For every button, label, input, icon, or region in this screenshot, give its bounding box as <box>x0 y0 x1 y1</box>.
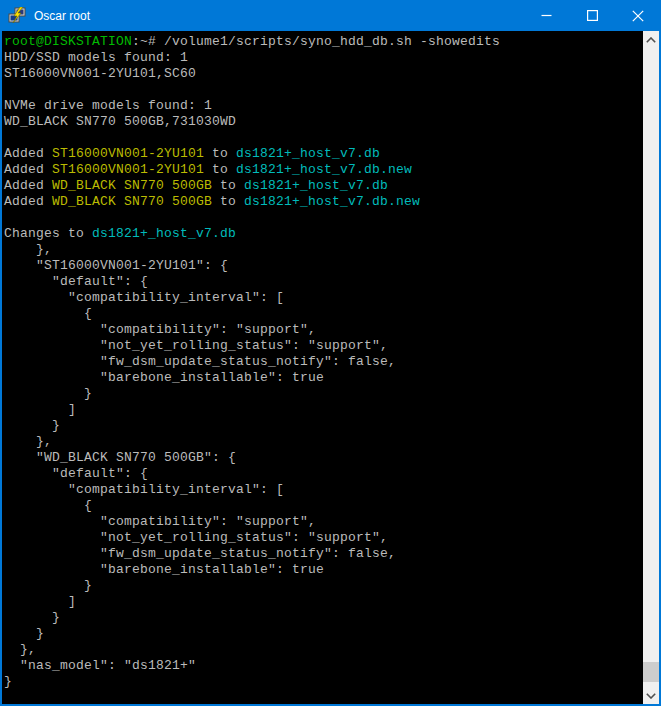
terminal-line <box>4 210 643 226</box>
scrollbar[interactable] <box>643 31 659 704</box>
terminal-line: "fw_dsm_update_status_notify": false, <box>4 546 643 562</box>
minimize-icon <box>541 10 552 21</box>
terminal-line: "nas_model": "ds1821+" <box>4 658 643 674</box>
terminal-line: } <box>4 386 643 402</box>
terminal-line: "compatibility_interval": [ <box>4 290 643 306</box>
terminal-line: "default": { <box>4 466 643 482</box>
terminal-line: NVMe drive models found: 1 <box>4 98 643 114</box>
terminal-line: "WD_BLACK SN770 500GB": { <box>4 450 643 466</box>
caption-buttons <box>523 0 661 31</box>
terminal-line: Added WD_BLACK SN770 500GB to ds1821+_ho… <box>4 178 643 194</box>
close-icon <box>632 10 644 22</box>
terminal-line: }, <box>4 642 643 658</box>
terminal-line: "ST16000VN001-2YU101": { <box>4 258 643 274</box>
scrollbar-thumb[interactable] <box>643 662 659 682</box>
terminal-line: ST16000VN001-2YU101,SC60 <box>4 66 643 82</box>
scroll-up-button[interactable] <box>643 31 659 48</box>
terminal-line: }, <box>4 434 643 450</box>
terminal-line: Added WD_BLACK SN770 500GB to ds1821+_ho… <box>4 194 643 210</box>
titlebar[interactable]: Oscar root <box>0 0 661 31</box>
terminal-line: "not_yet_rolling_status": "support", <box>4 338 643 354</box>
chevron-up-icon <box>646 37 656 43</box>
terminal-line: "not_yet_rolling_status": "support", <box>4 530 643 546</box>
terminal-line: WD_BLACK SN770 500GB,731030WD <box>4 114 643 130</box>
terminal-line: ] <box>4 402 643 418</box>
terminal-line: "barebone_installable": true <box>4 562 643 578</box>
terminal-line: }, <box>4 242 643 258</box>
maximize-button[interactable] <box>569 0 615 31</box>
close-button[interactable] <box>615 0 661 31</box>
terminal-line: { <box>4 306 643 322</box>
terminal-line: HDD/SSD models found: 1 <box>4 50 643 66</box>
terminal-line: "compatibility_interval": [ <box>4 482 643 498</box>
minimize-button[interactable] <box>523 0 569 31</box>
terminal-line <box>4 82 643 98</box>
scroll-down-button[interactable] <box>643 687 659 704</box>
window-title: Oscar root <box>34 9 523 23</box>
terminal-line: } <box>4 626 643 642</box>
putty-window: Oscar root root@DISKSTATION:~# /volume1/… <box>0 0 661 706</box>
terminal-line: ] <box>4 594 643 610</box>
terminal-line: Changes to ds1821+_host_v7.db <box>4 226 643 242</box>
chevron-down-icon <box>646 693 656 699</box>
terminal-line: "barebone_installable": true <box>4 370 643 386</box>
terminal-line: } <box>4 674 643 690</box>
maximize-icon <box>587 10 598 21</box>
terminal-line: } <box>4 418 643 434</box>
terminal-line: } <box>4 610 643 626</box>
terminal-line: "default": { <box>4 274 643 290</box>
putty-app-icon[interactable] <box>8 7 26 25</box>
terminal-line: Added ST16000VN001-2YU101 to ds1821+_hos… <box>4 162 643 178</box>
terminal-line: "fw_dsm_update_status_notify": false, <box>4 354 643 370</box>
terminal-line: Added ST16000VN001-2YU101 to ds1821+_hos… <box>4 146 643 162</box>
terminal-line: "compatibility": "support", <box>4 514 643 530</box>
terminal-line: "compatibility": "support", <box>4 322 643 338</box>
terminal-line <box>4 130 643 146</box>
terminal-output[interactable]: root@DISKSTATION:~# /volume1/scripts/syn… <box>2 31 643 704</box>
terminal-line: root@DISKSTATION:~# /volume1/scripts/syn… <box>4 34 643 50</box>
terminal-line: { <box>4 498 643 514</box>
terminal-line: } <box>4 578 643 594</box>
